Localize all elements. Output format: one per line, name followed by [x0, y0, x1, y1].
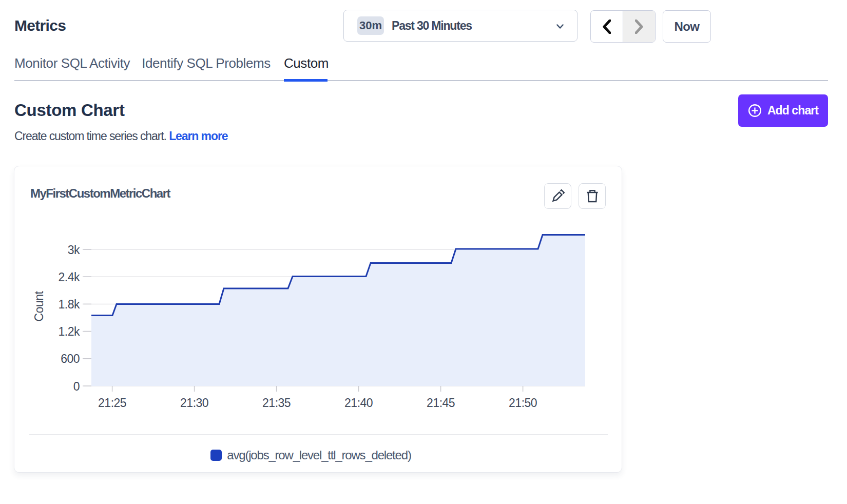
svg-text:Count: Count [32, 290, 46, 321]
svg-text:1.8k: 1.8k [59, 298, 80, 311]
svg-text:21:30: 21:30 [180, 396, 208, 410]
svg-text:2.4k: 2.4k [59, 270, 80, 284]
svg-text:600: 600 [61, 352, 80, 365]
svg-text:1.2k: 1.2k [59, 325, 80, 338]
svg-text:21:25: 21:25 [98, 396, 126, 410]
svg-text:21:50: 21:50 [509, 396, 537, 410]
svg-text:21:35: 21:35 [262, 396, 291, 410]
svg-text:3k: 3k [68, 243, 80, 257]
svg-text:21:40: 21:40 [344, 396, 373, 410]
svg-text:21:45: 21:45 [427, 396, 455, 410]
svg-text:0: 0 [73, 380, 80, 393]
